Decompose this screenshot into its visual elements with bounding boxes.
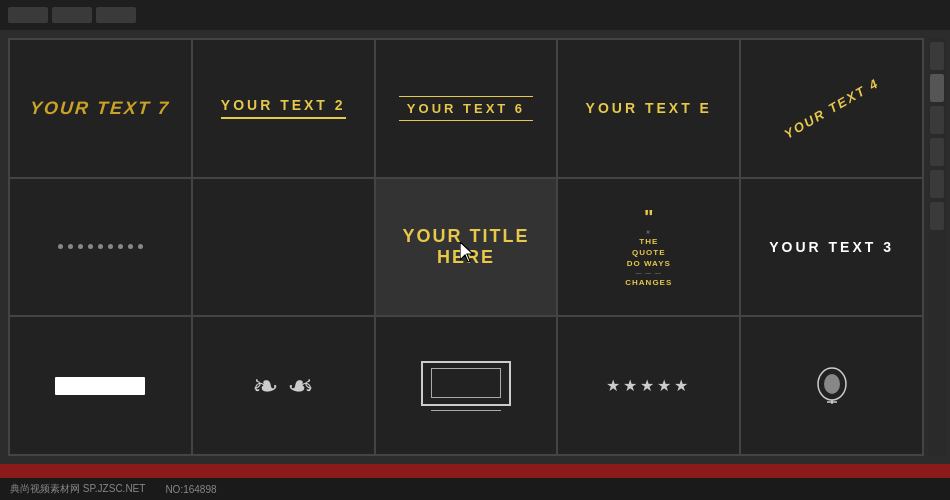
quote-line-4: DO WAYS — [627, 259, 671, 268]
quote-line-6: CHANGES — [625, 278, 672, 287]
cell-text-3[interactable]: YOUR TEXT 3 — [740, 178, 923, 317]
right-sidebar — [928, 38, 946, 456]
cell-empty[interactable] — [192, 178, 375, 317]
white-bar-element — [55, 377, 145, 395]
cell-leaf-badge[interactable] — [740, 316, 923, 455]
text-your-text-3-label: YOUR TEXT 3 — [769, 239, 894, 255]
sidebar-btn-1[interactable] — [930, 42, 944, 70]
watermark-number: NO:164898 — [165, 484, 216, 495]
cell-title-here[interactable]: YOUR TITLE HERE — [375, 178, 558, 317]
dot-2 — [68, 244, 73, 249]
cell-rect-box[interactable] — [375, 316, 558, 455]
quote-line-2: THE — [639, 237, 658, 246]
top-bar-btn-2[interactable] — [52, 7, 92, 23]
template-grid: YOUR TEXT 7 YOUR TEXT 2 YOUR TEXT 6 YOUR… — [8, 38, 924, 456]
stars-label: ★★★★★ — [606, 376, 691, 395]
bottom-info: 典尚视频素材网 SP.JZSC.NET NO:164898 — [0, 478, 950, 500]
quote-line-1: # — [647, 229, 651, 235]
preview-panel: YOUR TEXT 7 YOUR TEXT 2 YOUR TEXT 6 YOUR… — [8, 38, 924, 456]
text-your-text-7-label: YOUR TEXT 7 — [29, 98, 171, 119]
watermark-text: 典尚视频素材网 SP.JZSC.NET — [10, 482, 145, 496]
sidebar-btn-5[interactable] — [930, 170, 944, 198]
bottom-bar — [0, 464, 950, 478]
sidebar-btn-4[interactable] — [930, 138, 944, 166]
top-bar-btn-1[interactable] — [8, 7, 48, 23]
dot-4 — [88, 244, 93, 249]
rect-line — [431, 410, 501, 411]
cell-text-e[interactable]: YOUR TEXT E — [557, 39, 740, 178]
laurel-right-icon: ❧ — [287, 367, 314, 405]
app-container: YOUR TEXT 7 YOUR TEXT 2 YOUR TEXT 6 YOUR… — [0, 0, 950, 500]
cell-quote[interactable]: " # THE QUOTE DO WAYS — — — CHANGES — [557, 178, 740, 317]
cell-dots[interactable] — [9, 178, 192, 317]
cell-text-2[interactable]: YOUR TEXT 2 — [192, 39, 375, 178]
text-your-text-6-label: YOUR TEXT 6 — [399, 96, 533, 121]
text-your-text-4-label: YOUR TEXT 4 — [781, 75, 881, 142]
dot-6 — [108, 244, 113, 249]
dot-1 — [58, 244, 63, 249]
quote-icon: " — [644, 207, 653, 227]
text-your-title-label: YOUR TITLE HERE — [376, 226, 557, 268]
dot-3 — [78, 244, 83, 249]
sidebar-btn-3[interactable] — [930, 106, 944, 134]
cell-text-6[interactable]: YOUR TEXT 6 — [375, 39, 558, 178]
leaf-badge-icon — [812, 366, 852, 406]
quote-line-5: — — — — [636, 270, 662, 276]
inner-rect — [431, 368, 501, 398]
svg-point-2 — [824, 374, 840, 394]
text-your-text-2-label: YOUR TEXT 2 — [221, 97, 346, 119]
laurel-left-icon: ❧ — [252, 367, 279, 405]
cell-text-4[interactable]: YOUR TEXT 4 — [740, 39, 923, 178]
top-bar-btn-3[interactable] — [96, 7, 136, 23]
outer-rect — [421, 361, 511, 406]
sidebar-btn-6[interactable] — [930, 202, 944, 230]
rect-container — [421, 361, 511, 411]
laurel-pair: ❧ ❧ — [252, 367, 314, 405]
dots-pattern — [58, 244, 143, 249]
main-area: YOUR TEXT 7 YOUR TEXT 2 YOUR TEXT 6 YOUR… — [0, 30, 950, 464]
cell-text-7[interactable]: YOUR TEXT 7 — [9, 39, 192, 178]
quote-line-3: QUOTE — [632, 248, 665, 257]
dot-5 — [98, 244, 103, 249]
cell-white-bar[interactable] — [9, 316, 192, 455]
text-your-text-e-label: YOUR TEXT E — [586, 100, 712, 116]
cell-laurel[interactable]: ❧ ❧ — [192, 316, 375, 455]
cell-stars[interactable]: ★★★★★ — [557, 316, 740, 455]
dot-9 — [138, 244, 143, 249]
sidebar-btn-2[interactable] — [930, 74, 944, 102]
leaf-badge-container — [812, 366, 852, 406]
dot-8 — [128, 244, 133, 249]
top-bar — [0, 0, 950, 30]
quote-content: " # THE QUOTE DO WAYS — — — CHANGES — [625, 207, 672, 287]
dot-7 — [118, 244, 123, 249]
